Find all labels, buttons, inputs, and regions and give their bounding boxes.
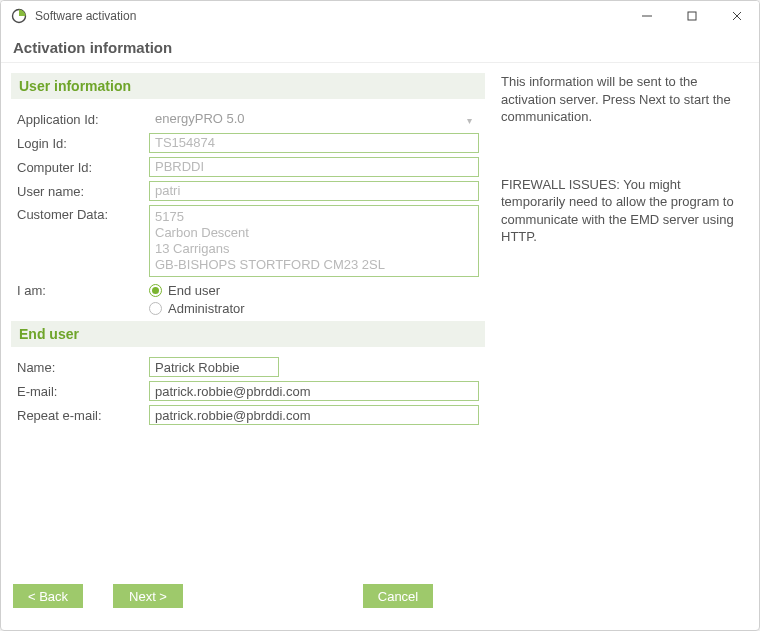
- row-computer-id: Computer Id: PBRDDI: [17, 157, 479, 177]
- svg-rect-2: [688, 12, 696, 20]
- application-id-dropdown[interactable]: energyPRO 5.0 ▾: [149, 109, 479, 129]
- body: User information Application Id: energyP…: [1, 63, 759, 572]
- titlebar: Software activation: [1, 1, 759, 31]
- radio-dot-icon: [149, 284, 162, 297]
- computer-id-field[interactable]: PBRDDI: [149, 157, 479, 177]
- section-user-info-header: User information: [11, 73, 485, 99]
- chevron-down-icon: ▾: [467, 112, 472, 129]
- row-name: Name:: [17, 357, 479, 377]
- customer-data-line: Carbon Descent: [155, 225, 473, 241]
- radio-circle-icon: [149, 302, 162, 315]
- radio-end-user[interactable]: End user: [149, 281, 479, 299]
- maximize-button[interactable]: [669, 1, 714, 31]
- role-radio-group: End user Administrator: [149, 281, 479, 317]
- info-column: This information will be sent to the act…: [491, 63, 759, 572]
- application-id-value: energyPRO 5.0: [155, 111, 245, 126]
- name-input[interactable]: [149, 357, 279, 377]
- label-user-name: User name:: [17, 184, 149, 199]
- row-user-name: User name: patri: [17, 181, 479, 201]
- row-email: E-mail:: [17, 381, 479, 401]
- wizard-button-bar: < Back Next > Cancel: [1, 572, 759, 630]
- label-name: Name:: [17, 360, 149, 375]
- login-id-field[interactable]: TS154874: [149, 133, 479, 153]
- row-login-id: Login Id: TS154874: [17, 133, 479, 153]
- back-button[interactable]: < Back: [13, 584, 83, 608]
- label-login-id: Login Id:: [17, 136, 149, 151]
- next-button[interactable]: Next >: [113, 584, 183, 608]
- section-end-user-header: End user: [11, 321, 485, 347]
- row-application-id: Application Id: energyPRO 5.0 ▾: [17, 109, 479, 129]
- email-input[interactable]: [149, 381, 479, 401]
- info-firewall-text: FIREWALL ISSUES: You might temporarily n…: [501, 176, 744, 246]
- label-i-am: I am:: [17, 281, 149, 298]
- customer-data-field[interactable]: 5175 Carbon Descent 13 Carrigans GB-BISH…: [149, 205, 479, 277]
- activation-window: Software activation Activation informati…: [0, 0, 760, 631]
- info-intro-text: This information will be sent to the act…: [501, 73, 744, 126]
- end-user-rows: Name: E-mail: Repeat e-mail:: [11, 347, 485, 425]
- label-repeat-email: Repeat e-mail:: [17, 408, 149, 423]
- user-info-rows: Application Id: energyPRO 5.0 ▾ Login Id…: [11, 99, 485, 317]
- radio-administrator[interactable]: Administrator: [149, 299, 479, 317]
- customer-data-line: 13 Carrigans: [155, 241, 473, 257]
- customer-data-line: GB-BISHOPS STORTFORD CM23 2SL: [155, 257, 473, 273]
- window-title: Software activation: [35, 9, 136, 23]
- cancel-button[interactable]: Cancel: [363, 584, 433, 608]
- label-customer-data: Customer Data:: [17, 205, 149, 222]
- form-column: User information Application Id: energyP…: [1, 63, 491, 572]
- page-title: Activation information: [1, 31, 759, 62]
- repeat-email-input[interactable]: [149, 405, 479, 425]
- close-button[interactable]: [714, 1, 759, 31]
- minimize-button[interactable]: [624, 1, 669, 31]
- app-icon: [9, 8, 29, 24]
- radio-end-user-label: End user: [168, 283, 220, 298]
- label-computer-id: Computer Id:: [17, 160, 149, 175]
- user-name-field[interactable]: patri: [149, 181, 479, 201]
- row-repeat-email: Repeat e-mail:: [17, 405, 479, 425]
- label-email: E-mail:: [17, 384, 149, 399]
- label-application-id: Application Id:: [17, 112, 149, 127]
- radio-admin-label: Administrator: [168, 301, 245, 316]
- row-i-am: I am: End user Administrator: [17, 281, 479, 317]
- row-customer-data: Customer Data: 5175 Carbon Descent 13 Ca…: [17, 205, 479, 277]
- customer-data-line: 5175: [155, 209, 473, 225]
